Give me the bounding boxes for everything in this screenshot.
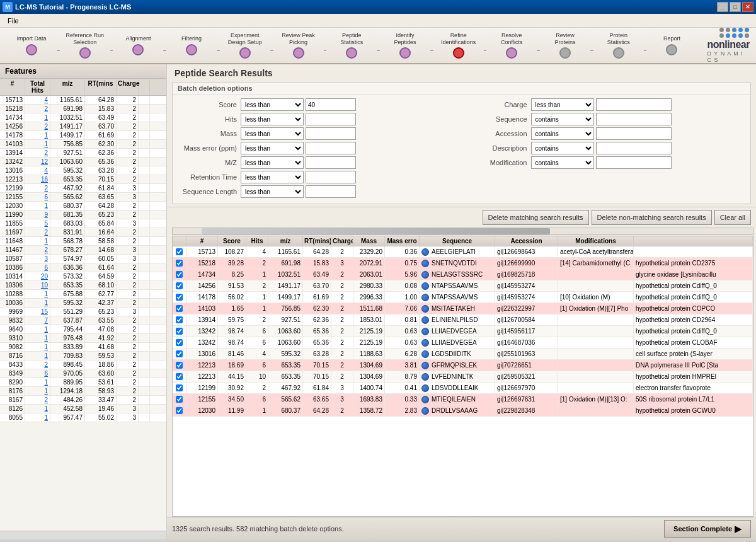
fc-hits[interactable]: 2 bbox=[25, 184, 50, 192]
feature-row[interactable]: 12213 16 653.35 70.15 2 bbox=[0, 175, 166, 184]
feature-row[interactable]: 8290 1 889.95 53.61 2 bbox=[0, 378, 166, 387]
hits-operator[interactable]: less thangreater thanequals bbox=[241, 113, 304, 125]
fc-hits[interactable]: 1 bbox=[25, 131, 50, 139]
maximize-button[interactable]: □ bbox=[730, 2, 741, 12]
fc-hits[interactable]: 2 bbox=[25, 360, 50, 369]
result-row[interactable]: 13914 59.75 2 927.51 62.36 2 1853.01 0.8… bbox=[173, 314, 753, 326]
description-operator[interactable]: containsequals bbox=[531, 142, 594, 154]
result-row[interactable]: 12199 30.92 2 467.92 61.84 3 1400.74 0.4… bbox=[173, 383, 753, 394]
result-checkbox[interactable] bbox=[176, 260, 183, 267]
feature-row[interactable]: 9969 15 551.29 65.23 3 bbox=[0, 308, 166, 316]
charge-value[interactable] bbox=[596, 98, 672, 111]
result-row[interactable]: 12155 34.50 6 565.62 63.65 3 1693.83 0.3… bbox=[173, 394, 753, 405]
result-checkbox[interactable] bbox=[176, 362, 183, 369]
mz-value[interactable] bbox=[306, 156, 356, 169]
fc-hits[interactable]: 1 bbox=[25, 378, 50, 386]
fc-hits[interactable]: 2 bbox=[25, 122, 50, 130]
result-row[interactable]: 12213 44.15 10 653.35 70.15 2 1304.69 8.… bbox=[173, 371, 753, 383]
wf-resolve[interactable]: Resolve Conflicts bbox=[486, 31, 537, 61]
fc-hits[interactable]: 15 bbox=[25, 308, 50, 316]
section-complete-button[interactable]: Section Complete ▶ bbox=[664, 520, 751, 538]
feature-row[interactable]: 12155 6 565.62 63.65 3 bbox=[0, 193, 166, 202]
mass-value[interactable] bbox=[306, 127, 356, 140]
fc-hits[interactable]: 10 bbox=[25, 281, 50, 289]
result-row[interactable]: 15218 39.28 2 691.98 15.83 3 2072.91 0.7… bbox=[173, 258, 753, 269]
result-row[interactable]: 13016 81.46 4 595.32 63.28 2 1188.63 6.2… bbox=[173, 349, 753, 360]
fc-hits[interactable]: 7 bbox=[25, 316, 50, 325]
description-value[interactable] bbox=[596, 142, 672, 154]
delete-matching-button[interactable]: Delete matching search results bbox=[483, 210, 589, 225]
result-checkbox-cell[interactable] bbox=[173, 326, 186, 337]
clear-all-button[interactable]: Clear all bbox=[714, 210, 751, 225]
modification-value[interactable] bbox=[596, 156, 672, 169]
wf-proteins[interactable]: Review Proteins bbox=[540, 31, 590, 61]
feature-row[interactable]: 12199 2 467.92 61.84 3 bbox=[0, 184, 166, 193]
result-checkbox[interactable] bbox=[176, 407, 183, 414]
feature-row[interactable]: 13242 12 1063.60 65.36 2 bbox=[0, 158, 166, 166]
wf-expdesign[interactable]: Experiment Design Setup bbox=[220, 31, 270, 61]
rt-operator[interactable]: less thangreater thanequals bbox=[241, 171, 304, 183]
fc-hits[interactable]: 1 bbox=[25, 299, 50, 307]
fc-hits[interactable]: 12 bbox=[25, 158, 50, 166]
fc-hits[interactable]: 2 bbox=[25, 228, 50, 236]
score-value[interactable] bbox=[306, 98, 356, 111]
accession-operator[interactable]: containsequals bbox=[531, 127, 594, 140]
result-checkbox[interactable] bbox=[176, 373, 183, 380]
fc-hits[interactable]: 1 bbox=[25, 405, 50, 413]
feature-row[interactable]: 12030 1 680.37 64.28 2 bbox=[0, 202, 166, 210]
feature-row[interactable]: 8126 1 452.58 19.46 3 bbox=[0, 405, 166, 413]
mz-operator[interactable]: less thangreater thanequals bbox=[241, 156, 304, 169]
fc-hits[interactable]: 1 bbox=[25, 352, 50, 360]
feature-row[interactable]: 8433 2 898.45 18.86 2 bbox=[0, 360, 166, 369]
feature-row[interactable]: 8176 1 1294.18 58.93 2 bbox=[0, 387, 166, 396]
result-row[interactable]: 14734 8.25 1 1032.51 63.49 2 2063.01 5.9… bbox=[173, 269, 753, 280]
fc-hits[interactable]: 6 bbox=[25, 263, 50, 272]
result-checkbox[interactable] bbox=[176, 339, 183, 346]
result-checkbox-cell[interactable] bbox=[173, 371, 186, 382]
result-checkbox-cell[interactable] bbox=[173, 303, 186, 314]
masserr-operator[interactable]: less thangreater thanequals bbox=[241, 142, 304, 154]
fc-hits[interactable]: 1 bbox=[25, 334, 50, 342]
result-checkbox-cell[interactable] bbox=[173, 394, 186, 405]
result-row[interactable]: 14256 91.53 2 1491.17 63.70 2 2980.33 0.… bbox=[173, 280, 753, 292]
result-checkbox-cell[interactable] bbox=[173, 349, 186, 359]
title-bar-buttons[interactable]: _ □ ✕ bbox=[717, 2, 753, 12]
feature-row[interactable]: 10587 3 574.97 60.05 3 bbox=[0, 255, 166, 263]
rt-value[interactable] bbox=[306, 171, 356, 183]
result-checkbox[interactable] bbox=[176, 282, 183, 289]
score-operator[interactable]: less thangreater thanequals bbox=[241, 98, 304, 111]
fc-hits[interactable]: 6 bbox=[25, 369, 50, 378]
col-r-num[interactable]: # bbox=[186, 236, 218, 246]
result-checkbox-cell[interactable] bbox=[173, 405, 186, 416]
fc-hits[interactable]: 1 bbox=[25, 387, 50, 395]
result-checkbox-cell[interactable] bbox=[173, 314, 186, 325]
fc-hits[interactable]: 2 bbox=[25, 149, 50, 157]
close-button[interactable]: ✕ bbox=[742, 2, 753, 12]
features-hscroll[interactable] bbox=[0, 531, 166, 539]
wf-alignment[interactable]: Alignment bbox=[113, 34, 163, 57]
result-checkbox[interactable] bbox=[176, 396, 183, 403]
feature-row[interactable]: 14256 2 1491.17 63.70 2 bbox=[0, 122, 166, 131]
wf-prot-stats[interactable]: Protein Statistics bbox=[593, 31, 644, 61]
result-checkbox[interactable] bbox=[176, 350, 183, 357]
col-r-mz[interactable]: m/z bbox=[268, 236, 303, 246]
col-r-hits[interactable]: Hits bbox=[246, 236, 268, 246]
wf-identify[interactable]: Identify Peptides bbox=[380, 31, 430, 61]
feature-row[interactable]: 9310 1 976.48 41.92 2 bbox=[0, 334, 166, 343]
feature-row[interactable]: 14178 1 1499.17 61.69 2 bbox=[0, 131, 166, 140]
fc-hits[interactable]: 16 bbox=[25, 175, 50, 183]
accession-value[interactable] bbox=[596, 127, 672, 140]
feature-row[interactable]: 9832 7 637.87 63.55 2 bbox=[0, 316, 166, 325]
wf-report[interactable]: Report bbox=[646, 34, 697, 57]
feature-row[interactable]: 13016 4 595.32 63.28 2 bbox=[0, 166, 166, 175]
wf-refine[interactable]: Refine Identifications bbox=[433, 31, 484, 61]
file-menu[interactable]: File bbox=[3, 16, 24, 26]
feature-row[interactable]: 8167 2 484.26 33.47 2 bbox=[0, 396, 166, 405]
result-checkbox-cell[interactable] bbox=[173, 258, 186, 268]
result-checkbox[interactable] bbox=[176, 248, 183, 255]
fc-hits[interactable]: 4 bbox=[25, 166, 50, 175]
fc-hits[interactable]: 1 bbox=[25, 325, 50, 333]
fc-hits[interactable]: 1 bbox=[25, 290, 50, 298]
fc-hits[interactable]: 9 bbox=[25, 210, 50, 219]
col-r-score[interactable]: Score bbox=[218, 236, 246, 246]
